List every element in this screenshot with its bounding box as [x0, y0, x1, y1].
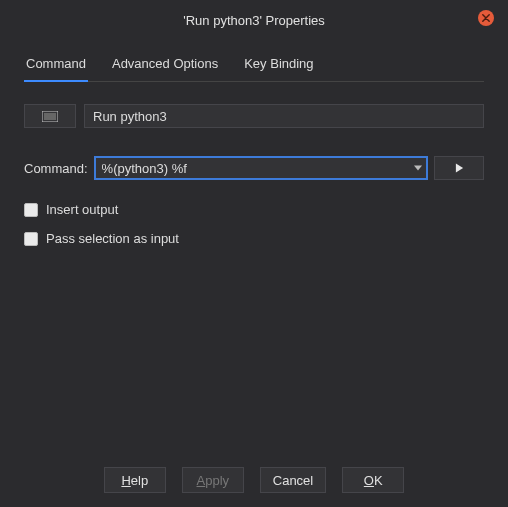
- apply-rest: pply: [205, 473, 229, 488]
- play-icon: [455, 163, 464, 173]
- titlebar: 'Run python3' Properties: [0, 0, 508, 40]
- tab-advanced-options[interactable]: Advanced Options: [110, 48, 220, 81]
- tab-bar: Command Advanced Options Key Binding: [24, 48, 484, 82]
- checkbox-box: [24, 232, 38, 246]
- command-row: Command:: [24, 156, 484, 180]
- command-combobox[interactable]: [94, 156, 428, 180]
- insert-output-label: Insert output: [46, 202, 118, 217]
- ok-rest: K: [374, 473, 383, 488]
- cancel-button[interactable]: Cancel: [260, 467, 326, 493]
- checkbox-group: Insert output Pass selection as input: [24, 202, 484, 246]
- svg-rect-1: [44, 113, 56, 120]
- button-bar: Help Apply Cancel OK: [0, 467, 508, 493]
- close-button[interactable]: [478, 10, 494, 26]
- insert-output-checkbox[interactable]: Insert output: [24, 202, 484, 217]
- name-input[interactable]: [84, 104, 484, 128]
- close-icon: [482, 14, 490, 22]
- help-rest: elp: [131, 473, 148, 488]
- run-button[interactable]: [434, 156, 484, 180]
- tool-icon-button[interactable]: [24, 104, 76, 128]
- apply-button[interactable]: Apply: [182, 467, 244, 493]
- tab-key-binding[interactable]: Key Binding: [242, 48, 315, 81]
- ok-button[interactable]: OK: [342, 467, 404, 493]
- dialog-content: Command Advanced Options Key Binding Com…: [0, 48, 508, 246]
- help-button[interactable]: Help: [104, 467, 166, 493]
- pass-selection-label: Pass selection as input: [46, 231, 179, 246]
- pass-selection-checkbox[interactable]: Pass selection as input: [24, 231, 484, 246]
- command-input[interactable]: [94, 156, 428, 180]
- checkbox-box: [24, 203, 38, 217]
- window-title: 'Run python3' Properties: [183, 13, 325, 28]
- command-label: Command:: [24, 161, 88, 176]
- name-row: [24, 104, 484, 128]
- terminal-icon: [42, 111, 58, 122]
- tab-command[interactable]: Command: [24, 48, 88, 81]
